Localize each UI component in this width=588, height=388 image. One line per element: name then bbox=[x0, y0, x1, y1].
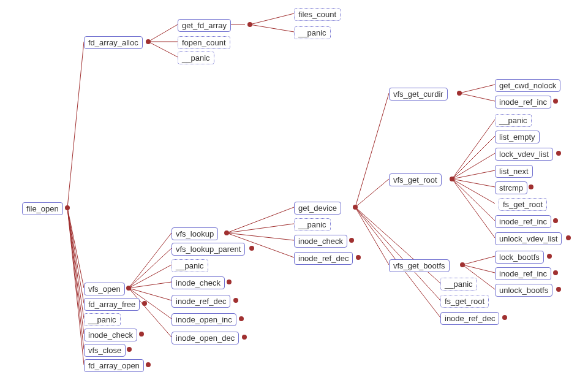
label: vfs_get_curdir bbox=[393, 89, 443, 99]
label: unlock_vdev_list bbox=[499, 234, 557, 243]
hub-dot bbox=[146, 362, 151, 367]
node-vfs_open[interactable]: vfs_open bbox=[84, 283, 125, 295]
node-lock_bootfs[interactable]: lock_bootfs bbox=[495, 251, 544, 264]
node-get_cwd_nolock[interactable]: get_cwd_nolock bbox=[495, 79, 560, 92]
svg-line-39 bbox=[452, 179, 495, 238]
hub-dot bbox=[547, 254, 552, 259]
label: files_count bbox=[298, 10, 336, 19]
node-list_empty[interactable]: list_empty bbox=[495, 131, 540, 143]
label: lock_bootfs bbox=[499, 253, 540, 262]
svg-line-12 bbox=[250, 25, 294, 32]
svg-line-22 bbox=[227, 233, 294, 240]
label: get_cwd_nolock bbox=[499, 81, 556, 90]
label: vfs_close bbox=[88, 346, 121, 355]
node-panic[interactable]: __panic bbox=[294, 26, 331, 39]
label: __panic bbox=[88, 315, 116, 324]
label: fs_get_root bbox=[445, 297, 484, 306]
node-panic[interactable]: __panic bbox=[84, 313, 121, 326]
svg-line-21 bbox=[227, 224, 294, 233]
svg-line-41 bbox=[462, 265, 495, 273]
svg-line-3 bbox=[67, 208, 84, 319]
node-list_next[interactable]: list_next bbox=[495, 165, 533, 178]
node-vfs_close[interactable]: vfs_close bbox=[84, 344, 126, 357]
hub-dot bbox=[227, 280, 232, 284]
label: get_fd_array bbox=[182, 21, 227, 30]
node-panic[interactable]: __panic bbox=[294, 218, 331, 231]
node-inode_ref_inc[interactable]: inode_ref_inc bbox=[495, 215, 551, 228]
node-inode_check[interactable]: inode_check bbox=[172, 276, 225, 289]
node-unlock_bootfs[interactable]: unlock_bootfs bbox=[495, 284, 552, 297]
label: vfs_get_root bbox=[393, 175, 437, 184]
node-panic[interactable]: __panic bbox=[440, 278, 477, 291]
svg-line-7 bbox=[148, 25, 178, 42]
svg-line-36 bbox=[452, 179, 495, 187]
svg-line-35 bbox=[452, 170, 495, 179]
hub-dot bbox=[553, 270, 558, 275]
svg-line-37 bbox=[452, 179, 495, 204]
node-inode_open_inc[interactable]: inode_open_inc bbox=[172, 313, 236, 326]
node-get_fd_array[interactable]: get_fd_array bbox=[178, 19, 231, 32]
label: vfs_lookup_parent bbox=[176, 245, 241, 254]
node-fs_get_root[interactable]: fs_get_root bbox=[499, 198, 547, 211]
node-fopen_count[interactable]: fopen_count bbox=[178, 36, 230, 49]
label: __panic bbox=[298, 28, 326, 37]
svg-line-13 bbox=[129, 233, 172, 288]
svg-line-0 bbox=[67, 42, 84, 208]
label: __panic bbox=[499, 116, 527, 125]
hub-dot bbox=[556, 287, 561, 292]
svg-line-34 bbox=[452, 153, 495, 179]
label: inode_ref_dec bbox=[298, 254, 349, 263]
node-fd_array_alloc[interactable]: fd_array_alloc bbox=[84, 36, 143, 49]
hub-dot bbox=[65, 205, 70, 210]
node-inode_open_dec[interactable]: inode_open_dec bbox=[172, 332, 239, 344]
node-vfs_lookup[interactable]: vfs_lookup bbox=[172, 227, 218, 240]
node-panic[interactable]: __panic bbox=[172, 259, 208, 272]
node-fd_array_open[interactable]: fd_array_open bbox=[84, 359, 144, 372]
hub-dot bbox=[224, 230, 229, 235]
label: inode_check bbox=[298, 237, 343, 246]
node-vfs_get_curdir[interactable]: vfs_get_curdir bbox=[389, 88, 448, 101]
svg-line-4 bbox=[67, 208, 84, 334]
node-inode_ref_inc[interactable]: inode_ref_inc bbox=[495, 267, 551, 280]
svg-line-5 bbox=[67, 208, 84, 349]
node-inode_ref_dec[interactable]: inode_ref_dec bbox=[172, 295, 230, 308]
hub-dot bbox=[247, 22, 252, 27]
svg-line-6 bbox=[67, 208, 84, 365]
node-inode_check[interactable]: inode_check bbox=[294, 235, 347, 248]
label: unlock_bootfs bbox=[499, 286, 548, 295]
svg-line-40 bbox=[462, 256, 495, 265]
hub-dot bbox=[529, 184, 533, 189]
hub-dot bbox=[450, 177, 454, 181]
node-panic[interactable]: __panic bbox=[495, 114, 532, 127]
svg-line-24 bbox=[355, 93, 389, 207]
node-panic[interactable]: __panic bbox=[178, 51, 214, 64]
node-inode_ref_inc[interactable]: inode_ref_inc bbox=[495, 96, 551, 108]
node-get_device[interactable]: get_device bbox=[294, 202, 341, 215]
node-inode_check[interactable]: inode_check bbox=[84, 329, 137, 341]
svg-line-33 bbox=[452, 136, 495, 179]
hub-dot bbox=[460, 262, 465, 267]
hub-dot bbox=[349, 238, 354, 243]
svg-line-10 bbox=[148, 42, 178, 57]
node-vfs_get_root[interactable]: vfs_get_root bbox=[389, 173, 442, 186]
node-fs_get_root[interactable]: fs_get_root bbox=[440, 295, 489, 308]
hub-dot bbox=[139, 332, 144, 337]
label: inode_ref_inc bbox=[499, 97, 547, 107]
hub-dot bbox=[353, 205, 358, 210]
node-lock_vdev_list[interactable]: lock_vdev_list bbox=[495, 148, 553, 161]
node-file_open[interactable]: file_open bbox=[22, 202, 63, 215]
svg-line-14 bbox=[129, 248, 172, 288]
svg-line-28 bbox=[355, 207, 440, 300]
node-vfs_get_bootfs[interactable]: vfs_get_bootfs bbox=[389, 259, 450, 272]
node-vfs_lookup_parent[interactable]: vfs_lookup_parent bbox=[172, 243, 245, 256]
node-unlock_vdev_list[interactable]: unlock_vdev_list bbox=[495, 232, 562, 245]
node-inode_ref_dec[interactable]: inode_ref_dec bbox=[294, 252, 353, 265]
hub-dot bbox=[242, 335, 247, 340]
node-fd_array_free[interactable]: fd_array_free bbox=[84, 298, 140, 311]
hub-dot bbox=[502, 315, 507, 320]
hub-dot bbox=[127, 347, 132, 352]
node-inode_ref_dec[interactable]: inode_ref_dec bbox=[440, 312, 499, 325]
node-strcmp[interactable]: strcmp bbox=[495, 181, 527, 194]
svg-line-15 bbox=[129, 265, 172, 288]
node-files_count[interactable]: files_count bbox=[294, 8, 341, 21]
